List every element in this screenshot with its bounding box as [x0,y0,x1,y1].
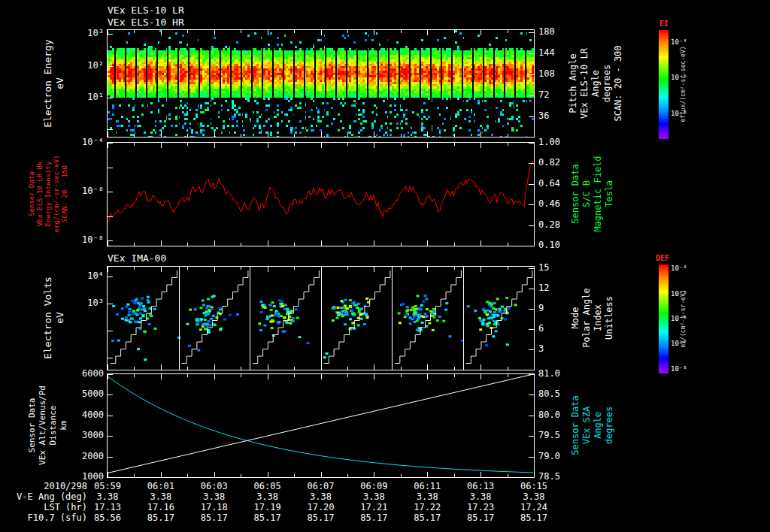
panel2-right-label: Sensor Data S/C B Magnetic Field Tesla [570,156,615,231]
time-label: 06:11 [406,481,448,491]
p1-right-tick: 180 [538,26,573,37]
table-value: 3.38 [140,491,182,502]
p4-right-tick: 79.0 [538,451,573,461]
p1-right-tick: 108 [538,68,573,79]
time-label: 06:09 [353,481,395,491]
table-value: 85.17 [193,512,235,523]
p4-left-tick: 2000 [63,451,104,461]
p4-left-tick: 4000 [63,410,104,420]
p2-left-tick: 10⁻⁶ [63,186,104,196]
time-label: 06:13 [459,481,502,491]
table-value: 17.22 [406,502,448,512]
table-value: 3.38 [193,491,235,502]
p2-left-tick: 10⁻⁴ [63,137,104,147]
p3-right-tick: 9 [538,303,573,313]
ei-colorbar [659,30,668,139]
panel1-title-hr: VEx ELS-10 HR [108,17,184,28]
bk-intensity-canvas [108,143,534,246]
p2-right-tick: 0.28 [538,219,573,230]
time-label: 06:01 [140,481,182,491]
table-value: 85.17 [300,512,342,523]
table-value: 85.17 [140,512,182,523]
table-value: 85.17 [353,512,395,523]
p1-left-tick: 10¹ [63,92,104,102]
p4-right-tick: 79.5 [538,430,573,440]
date-label: 2010/298 [29,481,87,491]
panel1-title-lr: VEx ELS-10 LR [108,5,184,16]
def-colorbar-tick: 10⁻⁸ [671,365,687,373]
table-row-label: LST (hr) [14,502,87,512]
p2-left-tick: 10⁻⁸ [63,234,104,245]
table-value: 3.38 [406,491,448,502]
p3-left-tick: 10³ [63,298,104,308]
def-colorbar [659,264,668,373]
p2-right-tick: 1.00 [538,137,573,147]
table-value: 3.38 [353,491,395,502]
table-value: 3.38 [247,491,289,502]
panel1-ylabel: Electron Energy eV [42,39,66,127]
table-value: 17.16 [140,502,182,512]
p2-right-tick: 0.64 [538,178,573,189]
time-label: 06:07 [300,481,342,491]
p3-right-tick: 12 [538,283,573,293]
ei-colorbar-tick: 10⁻⁸ [671,110,687,117]
def-colorbar-tick: 10⁻⁶ [671,315,687,322]
p1-left-tick: 10² [63,60,104,71]
p4-right-tick: 78.5 [538,471,573,482]
time-label: 06:15 [513,481,555,491]
time-label: 06:05 [247,481,289,491]
p4-left-tick: 5000 [63,388,104,399]
table-value: 85.17 [513,512,555,523]
els-spectrogram-canvas [108,30,534,137]
ei-colorbar-tick: 10⁻⁶ [671,74,687,81]
table-value: 17.24 [513,502,555,512]
table-value: 3.38 [86,491,129,502]
def-colorbar-tick: 10⁻⁴ [671,264,687,272]
p2-right-tick: 0.82 [538,157,573,168]
p2-right-tick: 0.10 [538,240,573,250]
p1-right-tick: 144 [538,47,573,58]
table-value: 85.17 [459,512,502,523]
ei-colorbar-tick: 10⁻⁴ [671,38,687,46]
p1-right-tick: 36 [538,110,573,121]
p4-right-tick: 80.0 [538,410,573,420]
p1-left-tick: 10³ [63,28,104,38]
panel3-ylabel: Electron Volts eV [42,277,66,359]
p4-left-tick: 3000 [63,430,104,440]
p4-right-tick: 80.5 [538,388,573,399]
plot-page: VEx ELS-10 LR VEx ELS-10 HR VEx IMA-00 E… [0,0,770,532]
table-value: 85.56 [86,512,129,523]
table-value: 17.19 [247,502,289,512]
table-row-label: V-E Ang (deg) [14,491,87,502]
panel4-right-label: Sensor Data VEx SZA Angle degrees [570,395,615,455]
time-label: 05:59 [86,481,129,491]
table-value: 17.21 [353,502,395,512]
def-colorbar-tick: 10⁻⁵ [671,290,687,298]
altitude-sza-panel [107,373,535,478]
altitude-sza-canvas [108,374,534,477]
p3-right-tick: 15 [538,262,573,273]
table-value: 3.38 [513,491,555,502]
panel3-title: VEx IMA-00 [108,252,166,264]
bk-intensity-panel [107,142,535,246]
time-label: 06:03 [193,481,235,491]
def-colorbar-tick: 10⁻⁷ [671,340,687,347]
p4-left-tick: 1000 [63,471,104,482]
table-value: 17.18 [193,502,235,512]
table-value: 85.17 [247,512,289,523]
p3-left-tick: 10⁴ [63,271,104,281]
p3-right-tick: 6 [538,323,573,334]
p4-left-tick: 6000 [63,368,104,379]
def-colorbar-title: DEF [656,254,669,262]
els-spectrogram-panel [107,29,535,138]
table-value: 17.13 [86,502,129,512]
table-value: 17.23 [459,502,502,512]
ei-colorbar-title: EI [659,20,668,28]
table-row-label: F10.7 (sfu) [14,512,87,523]
p2-right-tick: 0.46 [538,198,573,209]
table-value: 17.20 [300,502,342,512]
ima-spectrogram-canvas [108,267,534,370]
p3-right-tick: 3 [538,343,573,354]
table-value: 3.38 [300,491,342,502]
p4-right-tick: 81.0 [538,368,573,379]
